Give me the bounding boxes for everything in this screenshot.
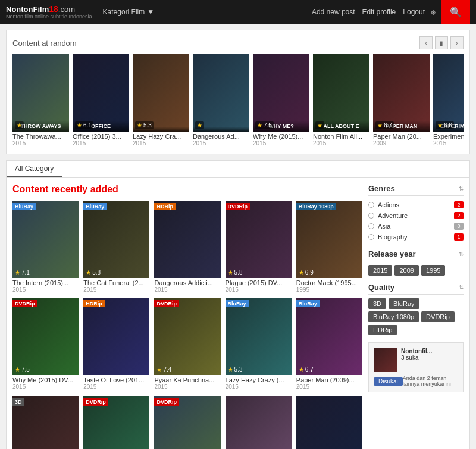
grid-film-rating: ★5.3: [228, 366, 243, 373]
quality-badge: BluRay 1080p: [296, 203, 336, 210]
year-tag[interactable]: 1995: [421, 265, 445, 276]
year-tag[interactable]: 2015: [368, 265, 392, 276]
quality-tag[interactable]: BluRay: [389, 298, 419, 309]
random-film-card[interactable]: ★5.3 Lazy Hazy Cra... 2015: [133, 54, 189, 148]
quality-tag[interactable]: 3D: [368, 298, 386, 309]
grid-film-rating: ★7.4: [156, 366, 171, 373]
share-icon[interactable]: ⎈: [431, 7, 436, 17]
grid-film-card[interactable]: DVDRip ★7.5 Why Me (2015) DV... 2015: [12, 298, 79, 390]
grid-film-card[interactable]: BluRay 1080p ★6.9 Doctor Mack (1995... 1…: [296, 201, 362, 293]
bottom-film-card[interactable]: [296, 396, 362, 449]
grid-film-thumbnail: DVDRip ★7.5: [12, 298, 79, 375]
year-tag[interactable]: 2009: [394, 265, 418, 276]
grid-film-thumbnail: BluRay ★6.7: [296, 298, 362, 375]
genres-list: Actions 2 Adventure 2 Asia 0 Biography 1: [368, 199, 464, 242]
quality-tag[interactable]: BluRay 1080p: [368, 311, 419, 322]
quality-tag[interactable]: HDRip: [368, 325, 397, 335]
search-button[interactable]: 🔍: [441, 0, 470, 24]
grid-film-name: The Cat Funeral (2...: [83, 279, 149, 286]
star-icon: ★: [137, 122, 142, 129]
grid-film-name: The Intern (2015)...: [12, 279, 79, 286]
grid-film-card[interactable]: BluRay ★7.1 The Intern (2015)... 2015: [12, 201, 79, 293]
grid-film-card[interactable]: BluRay ★5.3 Lazy Hazy Crazy (... 2015: [226, 298, 292, 390]
bottom-film-card[interactable]: DVDRip: [154, 396, 220, 449]
grid-film-card[interactable]: HDRip Taste Of Love (201... 2015: [83, 298, 149, 390]
prev-arrow[interactable]: ‹: [419, 36, 433, 49]
genre-item[interactable]: Asia 0: [368, 221, 464, 232]
grid-film-thumbnail: BluRay ★7.1: [12, 201, 79, 278]
grid-film-card[interactable]: BluRay ★6.7 Paper Man (2009)... 2015: [296, 298, 362, 390]
grid-film-name: Doctor Mack (1995...: [296, 279, 362, 286]
genres-title: Genres: [368, 184, 395, 193]
random-film-card[interactable]: WHY ME? ★7.5 Why Me (2015)... 2015: [253, 54, 309, 148]
film-thumbnail: ALL ABOUT E ★: [313, 54, 369, 132]
nav-arrows: ‹ ▮ ›: [419, 36, 464, 49]
genres-sort-icon[interactable]: ⇅: [459, 185, 464, 192]
nav-kategori-label: Kategori Film: [103, 8, 145, 16]
random-film-card[interactable]: ALL ABOUT E ★ Nonton Film All... 2015: [313, 54, 369, 148]
film-rating: ★5.3: [135, 121, 154, 129]
quality-sort-icon[interactable]: ⇅: [459, 284, 464, 291]
fb-friend-text: Anda dan 2 teman lainnya menyukai ini: [403, 375, 458, 387]
film-name: The Throwawa...: [12, 133, 69, 140]
bottom-film-thumbnail: [226, 396, 292, 449]
grid-film-card[interactable]: HDRip Dangerous Addicti... 2015: [154, 201, 220, 293]
pause-arrow[interactable]: ▮: [435, 36, 448, 49]
edit-profile-link[interactable]: Edit profile: [362, 8, 396, 16]
film-year: 2015: [73, 140, 129, 146]
fb-widget-content: Nontonfil... 3 suka: [374, 348, 458, 372]
random-section: Content at random ‹ ▮ › THROW AWAYS ★ Th…: [6, 30, 470, 154]
logout-link[interactable]: Logout: [403, 8, 425, 16]
bottom-film-thumbnail: DVDRip: [83, 396, 149, 449]
genre-radio[interactable]: [368, 213, 374, 219]
grid-film-name: Paper Man (2009)...: [296, 376, 362, 383]
random-film-card[interactable]: THROW AWAYS ★ The Throwawa... 2015: [12, 54, 69, 148]
genre-radio[interactable]: [368, 202, 374, 208]
quality-badge: DVDRip: [154, 300, 179, 307]
genres-header: Genres ⇅: [368, 184, 464, 196]
random-film-card[interactable]: OFFICE ★6.1 Office (2015) 3... 2015: [73, 54, 129, 148]
tab-all-category[interactable]: All Category: [7, 161, 62, 177]
quality-badge: BluRay: [12, 203, 36, 210]
quality-tag[interactable]: DVDRip: [421, 311, 455, 322]
grid-film-year: 2015: [83, 383, 149, 390]
grid-film-rating: ★5.8: [228, 269, 243, 276]
grid-film-year: 2015: [12, 286, 79, 293]
random-film-card[interactable]: EXPERIMENTER ★6.6 Experimenter (... 2015: [433, 54, 464, 148]
random-film-card[interactable]: ★ Dangerous Ad... 2015: [193, 54, 249, 148]
release-year-sort-icon[interactable]: ⇅: [459, 251, 464, 257]
grid-film-thumbnail: DVDRip ★7.4: [154, 298, 220, 375]
nav-kategori[interactable]: Kategori Film ▼: [98, 8, 159, 16]
film-name: Why Me (2015)...: [253, 133, 309, 140]
grid-film-card[interactable]: DVDRip ★7.4 Pyaar Ka Punchna... 2015: [154, 298, 220, 390]
bottom-film-card[interactable]: DVDRip: [83, 396, 149, 449]
star-icon: ★: [197, 122, 202, 129]
quality-badge: DVDRip: [83, 398, 108, 406]
film-thumbnail: PAPER MAN ★6.7: [373, 54, 430, 132]
fb-name: Nontonfil...: [401, 348, 432, 354]
genre-item[interactable]: Biography 1: [368, 232, 464, 242]
grid-film-card[interactable]: DVDRip ★5.8 Plague (2015) DV... 2015: [226, 201, 292, 293]
genre-count: 2: [454, 212, 464, 219]
bottom-film-card[interactable]: [226, 396, 292, 449]
grid-film-year: 2015: [12, 383, 79, 390]
star-icon: ★: [15, 366, 20, 373]
add-post-link[interactable]: Add new post: [312, 8, 355, 16]
fb-like-button[interactable]: Disukai: [374, 377, 403, 386]
random-film-card[interactable]: PAPER MAN ★6.7 Paper Man (20... 2009: [373, 54, 430, 148]
genre-radio[interactable]: [368, 223, 374, 229]
genre-item[interactable]: Actions 2: [368, 199, 464, 210]
next-arrow[interactable]: ›: [450, 36, 464, 49]
genre-item[interactable]: Adventure 2: [368, 210, 464, 221]
genre-radio[interactable]: [368, 234, 374, 240]
grid-film-card[interactable]: BluRay ★5.8 The Cat Funeral (2... 2015: [83, 201, 149, 293]
grid-film-year: 2015: [296, 383, 362, 390]
bottom-film-card[interactable]: 3D: [12, 396, 79, 449]
film-info: Nonton Film All... 2015: [313, 132, 369, 148]
film-year: 2015: [313, 140, 369, 146]
random-films-container: THROW AWAYS ★ The Throwawa... 2015 OFFIC…: [12, 54, 464, 148]
film-info: Office (2015) 3... 2015: [73, 132, 129, 148]
genre-label: Biography: [378, 233, 450, 241]
logo: NontonFilm18.com Nonton film online subt…: [6, 4, 92, 20]
grid-film-year: 1995: [296, 286, 362, 293]
